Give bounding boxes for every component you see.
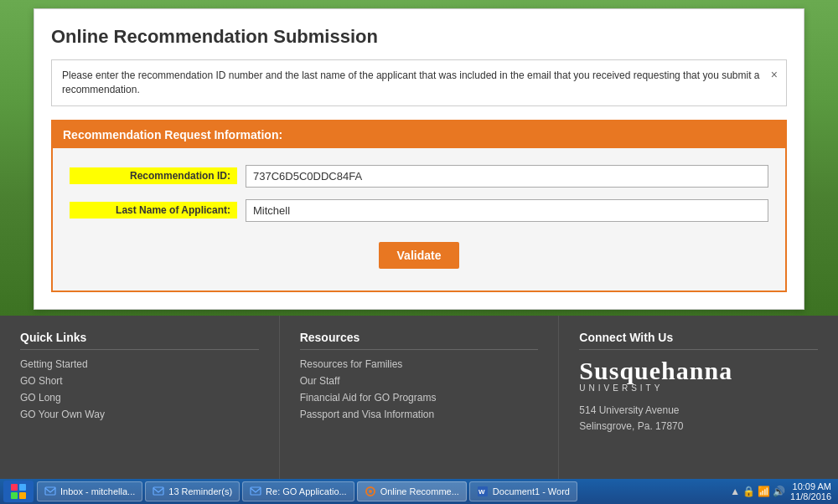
taskbar-right: ▲ 🔒 📶 🔊 10:09 AM 11/8/2016 <box>730 481 835 501</box>
resources-title: Resources <box>300 331 539 350</box>
footer-link-go-short[interactable]: GO Short <box>20 375 259 387</box>
address-line2: Selinsgrove, Pa. 17870 <box>579 420 683 432</box>
taskbar-item-word[interactable]: W Document1 - Word <box>469 481 577 501</box>
svg-rect-1 <box>19 484 26 491</box>
tray-icon-1: ▲ <box>730 486 740 497</box>
start-button[interactable] <box>3 481 34 502</box>
taskbar-label-inbox: Inbox - mitchella... <box>60 486 135 496</box>
footer: Quick Links Getting Started GO Short GO … <box>0 316 838 479</box>
svg-rect-5 <box>153 487 163 495</box>
taskbar-items: Inbox - mitchella... 13 Reminder(s) Re: … <box>37 481 730 501</box>
notice-text: Please enter the recommendation ID numbe… <box>62 69 760 95</box>
taskbar-item-go-app[interactable]: Re: GO Applicatio... <box>242 481 354 501</box>
taskbar-label-online-rec: Online Recomme... <box>380 486 459 496</box>
tray-icon-3: 📶 <box>758 486 770 497</box>
taskbar-clock[interactable]: 10:09 AM 11/8/2016 <box>790 481 831 501</box>
taskbar-label-word: Document1 - Word <box>493 486 570 496</box>
go-app-icon <box>250 486 261 497</box>
section-header: Recommendation Request Information: <box>53 121 785 148</box>
tray-icon-2: 🔒 <box>742 486 755 497</box>
tray-icon-4: 🔊 <box>773 486 785 497</box>
footer-link-getting-started[interactable]: Getting Started <box>20 358 259 370</box>
close-icon[interactable]: × <box>771 67 778 84</box>
rec-id-row: Recommendation ID: <box>70 165 768 188</box>
footer-link-resources-families[interactable]: Resources for Families <box>300 358 539 370</box>
taskbar-item-online-rec[interactable]: Online Recomme... <box>357 481 467 501</box>
taskbar-item-reminders[interactable]: 13 Reminder(s) <box>145 481 240 501</box>
page-title: Online Recommendation Submission <box>51 26 787 48</box>
svg-rect-0 <box>11 484 18 491</box>
windows-icon <box>10 483 27 500</box>
word-icon: W <box>477 486 489 497</box>
form-container: Online Recommendation Submission Please … <box>34 8 804 310</box>
svg-text:W: W <box>478 488 485 496</box>
last-name-row: Last Name of Applicant: <box>70 199 768 222</box>
taskbar-label-reminders: 13 Reminder(s) <box>168 486 232 496</box>
footer-link-financial-aid[interactable]: Financial Aid for GO Programs <box>300 392 539 404</box>
footer-link-passport-visa[interactable]: Passport and Visa Information <box>300 409 539 420</box>
system-tray: ▲ 🔒 📶 🔊 <box>730 486 785 497</box>
validate-row: Validate <box>70 234 768 274</box>
section-body: Recommendation ID: Last Name of Applican… <box>53 148 785 291</box>
svg-rect-6 <box>251 487 261 495</box>
svg-rect-4 <box>45 487 55 495</box>
clock-date: 11/8/2016 <box>790 491 831 501</box>
svg-rect-2 <box>11 492 18 499</box>
address-line1: 514 University Avenue <box>579 404 679 416</box>
footer-resources: Resources Resources for Families Our Sta… <box>280 316 560 479</box>
envelope-icon <box>44 486 56 497</box>
footer-link-go-long[interactable]: GO Long <box>20 392 259 404</box>
university-subtitle: UNIVERSITY <box>579 383 818 393</box>
footer-connect: Connect With Us Susquehanna UNIVERSITY 5… <box>559 316 838 479</box>
svg-rect-3 <box>19 492 26 499</box>
reminder-icon <box>153 486 164 497</box>
clock-time: 10:09 AM <box>790 481 831 491</box>
university-address: 514 University Avenue Selinsgrove, Pa. 1… <box>579 403 818 435</box>
rec-id-input[interactable] <box>246 165 768 188</box>
chrome-icon <box>365 486 376 497</box>
taskbar: Inbox - mitchella... 13 Reminder(s) Re: … <box>0 479 838 504</box>
footer-quick-links: Quick Links Getting Started GO Short GO … <box>0 316 280 479</box>
validate-button[interactable]: Validate <box>379 242 460 269</box>
recommendation-section: Recommendation Request Information: Reco… <box>51 120 787 292</box>
quick-links-title: Quick Links <box>20 331 259 350</box>
notice-box: Please enter the recommendation ID numbe… <box>51 59 787 106</box>
connect-title: Connect With Us <box>579 331 818 350</box>
footer-link-our-staff[interactable]: Our Staff <box>300 375 539 387</box>
university-logo: Susquehanna <box>579 358 818 383</box>
taskbar-label-go-app: Re: GO Applicatio... <box>266 486 347 496</box>
rec-id-label: Recommendation ID: <box>70 167 237 184</box>
last-name-input[interactable] <box>246 199 768 222</box>
footer-link-go-your-own-way[interactable]: GO Your Own Way <box>20 409 259 420</box>
last-name-label: Last Name of Applicant: <box>70 202 237 219</box>
taskbar-item-inbox[interactable]: Inbox - mitchella... <box>37 481 142 501</box>
svg-point-8 <box>369 490 372 493</box>
